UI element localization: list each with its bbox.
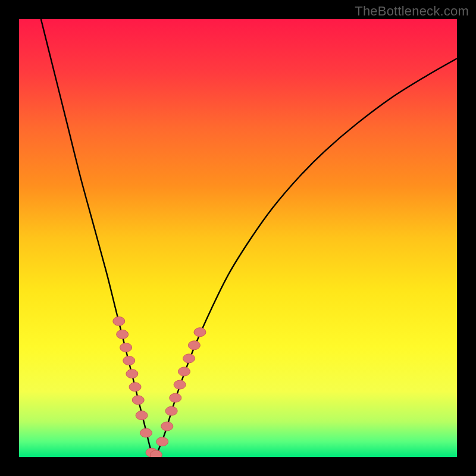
- watermark-text: TheBottleneck.com: [355, 4, 469, 19]
- marker-point: [136, 411, 148, 420]
- bottleneck-curve-svg: [19, 19, 457, 457]
- plot-area: [19, 19, 457, 457]
- marker-point: [161, 422, 173, 431]
- marker-point: [113, 317, 125, 325]
- marker-point: [126, 369, 138, 378]
- marker-point: [129, 383, 141, 392]
- marker-point: [120, 343, 132, 352]
- marker-point: [170, 393, 181, 402]
- marker-point: [194, 328, 206, 337]
- marker-point: [183, 354, 195, 363]
- bottleneck-curve: [41, 19, 457, 457]
- highlight-markers: [113, 317, 206, 457]
- marker-point: [165, 406, 177, 415]
- marker-point: [117, 330, 129, 339]
- marker-point: [150, 450, 162, 457]
- marker-point: [132, 396, 144, 405]
- marker-point: [188, 341, 200, 350]
- marker-point: [140, 428, 152, 437]
- marker-point: [174, 380, 186, 389]
- marker-point: [123, 356, 135, 365]
- marker-point: [156, 437, 168, 446]
- chart-frame: TheBottleneck.com: [0, 0, 476, 476]
- marker-point: [178, 367, 190, 376]
